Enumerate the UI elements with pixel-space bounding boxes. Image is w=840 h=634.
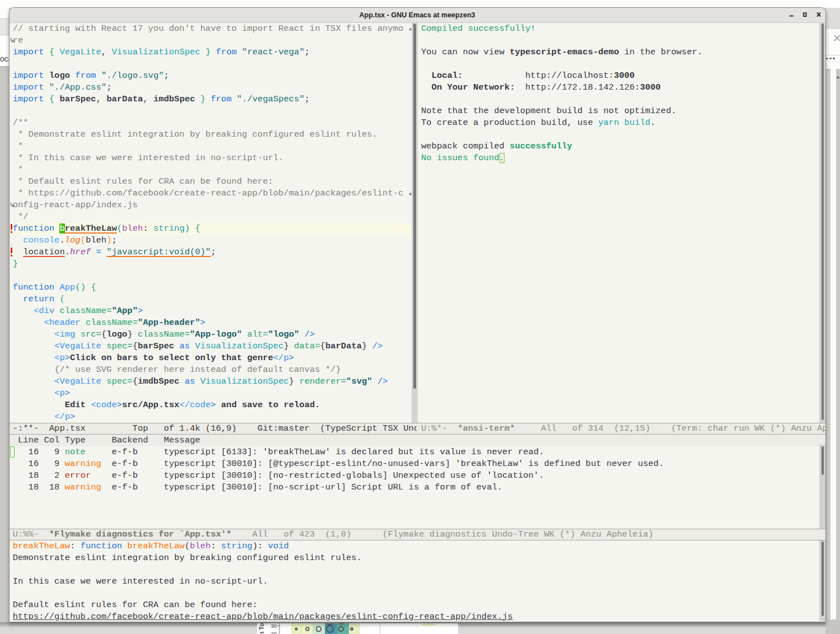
svg-text:30: 30 [270,623,277,629]
svg-text:20: 20 [270,631,277,634]
svg-text:n To: n To [258,623,265,634]
